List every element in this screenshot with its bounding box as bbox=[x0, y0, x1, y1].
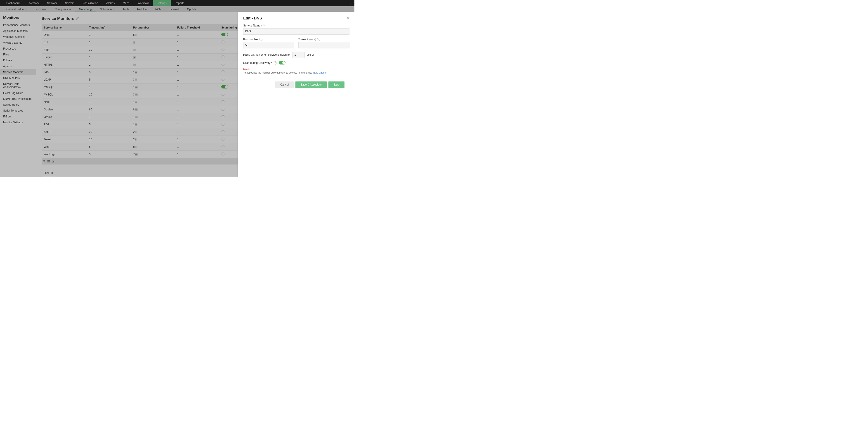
scan-discovery-label: Scan during Discovery? bbox=[243, 61, 272, 64]
polls-label: poll(s) bbox=[307, 53, 314, 56]
save-button[interactable]: Save bbox=[329, 82, 344, 88]
polls-input[interactable] bbox=[292, 52, 305, 58]
service-name-input[interactable] bbox=[243, 28, 349, 35]
service-name-label: Service Name bbox=[243, 24, 260, 27]
port-number-input[interactable] bbox=[243, 42, 294, 49]
note-label: Note: bbox=[243, 68, 349, 71]
help-icon[interactable]: ? bbox=[259, 38, 262, 41]
panel-title: Edit - DNS bbox=[243, 16, 346, 21]
timeout-label: Timeout bbox=[298, 38, 308, 41]
port-number-label: Port number bbox=[243, 38, 258, 41]
close-icon[interactable]: × bbox=[346, 16, 349, 21]
cancel-button[interactable]: Cancel bbox=[275, 82, 293, 88]
save-associate-button[interactable]: Save & Associate bbox=[296, 82, 327, 88]
help-icon[interactable]: ? bbox=[317, 38, 320, 41]
rule-engine-link[interactable]: Rule Engine bbox=[313, 71, 327, 74]
raise-alert-label: Raise an Alert when service is down for bbox=[243, 53, 290, 56]
note-text: To associate the monitor automatically t… bbox=[243, 71, 349, 74]
timeout-input[interactable] bbox=[298, 42, 349, 49]
scan-discovery-toggle[interactable] bbox=[279, 61, 285, 64]
help-icon[interactable]: ? bbox=[261, 24, 265, 27]
edit-panel: Edit - DNS × Service Name ? Port number … bbox=[238, 12, 354, 177]
help-icon[interactable]: ? bbox=[274, 61, 277, 64]
